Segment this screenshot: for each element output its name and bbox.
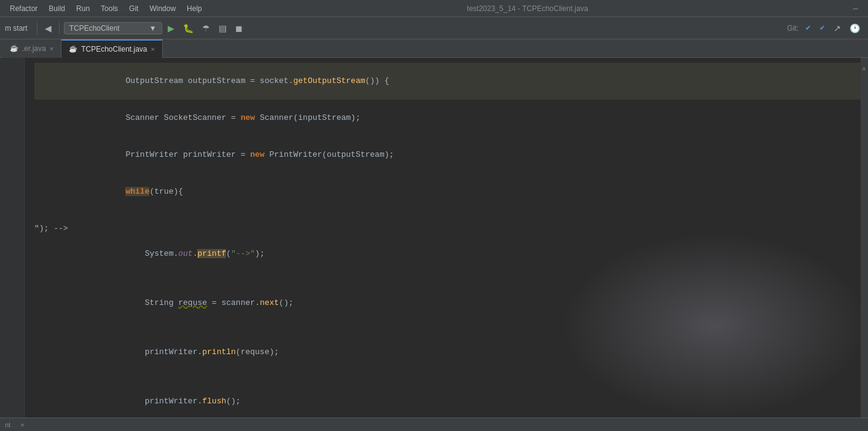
line-num [2, 133, 19, 145]
code-line-blank3 [34, 322, 868, 334]
git-update-button[interactable]: ✔ [802, 22, 814, 34]
line-num [2, 251, 19, 263]
tab-close-tcp[interactable]: × [151, 45, 155, 53]
code-line-outputstream: OutputStream outputStream = socket.getOu… [34, 63, 868, 100]
line-num [2, 204, 19, 216]
line-num [2, 216, 19, 227]
run-config-dropdown-icon: ▼ [149, 24, 157, 33]
line-num [2, 110, 19, 122]
line-num [2, 157, 19, 169]
stop-button[interactable]: ◼ [232, 22, 246, 35]
toolbar-sep-1 [37, 22, 37, 34]
code-line-blank2 [34, 272, 868, 285]
status-separator: × [20, 421, 24, 429]
menu-build[interactable]: Build [44, 3, 70, 14]
git-commit-button[interactable]: ✔ [816, 22, 828, 34]
tab-er-java[interactable]: ☕ .er.java × [2, 39, 61, 58]
toolbar-sep-2 [59, 22, 60, 34]
line-num [2, 263, 19, 275]
git-history-button[interactable]: 🕐 [846, 22, 863, 35]
git-push-button[interactable]: ↗ [831, 22, 844, 35]
line-num [2, 86, 19, 98]
code-line-println: printWriter.println(requse); [34, 334, 868, 371]
tab-label-er: .er.java [22, 44, 46, 53]
line-num [2, 63, 19, 74]
code-line-blank4 [34, 371, 868, 383]
status-bar: nt × [0, 417, 868, 431]
tab-icon-er: ☕ [10, 44, 18, 52]
menu-refactor[interactable]: Refactor [5, 3, 42, 14]
tab-bar: ☕ .er.java × ☕ TCPEchoClient.java × [0, 39, 868, 58]
menu-run[interactable]: Run [71, 3, 95, 14]
tab-icon-tcp: ☕ [69, 45, 77, 53]
code-line-printf1: System.out.printf("-->"); [34, 235, 868, 272]
menu-tools[interactable]: Tools [96, 3, 123, 14]
back-button[interactable]: ◀ [42, 22, 55, 35]
line-num [2, 192, 19, 204]
run-button[interactable]: ▶ [165, 22, 178, 35]
menu-window[interactable]: Window [144, 3, 181, 14]
window-title: test2023_5_14 - TCPEchoClient.java [208, 4, 847, 13]
code-line-printwriter: PrintWriter printWriter = new PrintWrite… [34, 136, 868, 173]
coverage-button[interactable]: ☂ [199, 22, 213, 35]
run-config-label: TCPEchoClient [69, 24, 120, 33]
line-num [2, 74, 19, 86]
line-numbers [0, 58, 25, 417]
toolbar: m start ◀ TCPEchoClient ▼ ▶ 🐛 ☂ ▤ ◼ Git:… [0, 17, 868, 39]
tab-label-tcp: TCPEchoClient.java [81, 45, 147, 53]
window-close-btn[interactable]: — [848, 2, 863, 15]
code-line-scanner: Scanner SocketScanner = new Scanner(inpu… [34, 100, 868, 136]
debug-button[interactable]: 🐛 [180, 22, 197, 35]
line-num [2, 181, 19, 192]
line-num [2, 240, 19, 251]
code-line-requse: String requse = scanner.next(); [34, 285, 868, 322]
code-line-blank1 [34, 210, 868, 223]
run-config-selector[interactable]: TCPEchoClient ▼ [64, 22, 162, 34]
editor-area: OutputStream outputStream = socket.getOu… [0, 58, 868, 417]
code-line-flush: printWriter.flush(); [34, 383, 868, 417]
line-num [2, 98, 19, 110]
profile-button[interactable]: ▤ [216, 22, 230, 35]
menu-git[interactable]: Git [124, 3, 143, 14]
line-num [2, 169, 19, 181]
code-line-while: while(true){ [34, 173, 868, 210]
status-tab-label: nt [5, 421, 10, 429]
menu-bar: Refactor Build Run Tools Git Window Help… [0, 0, 868, 17]
toolbar-start-label: m start [5, 24, 28, 33]
git-label: Git: [787, 24, 799, 33]
tab-tcpechoclient[interactable]: ☕ TCPEchoClient.java × [61, 39, 163, 58]
line-num [2, 228, 19, 240]
line-num [2, 122, 19, 133]
warning-strip: ⚠ [861, 58, 868, 417]
menu-help[interactable]: Help [182, 3, 207, 14]
tab-close-er[interactable]: × [50, 45, 53, 52]
line-num [2, 145, 19, 157]
code-editor[interactable]: OutputStream outputStream = socket.getOu… [25, 58, 868, 417]
warning-marker: ⚠ [862, 64, 867, 69]
